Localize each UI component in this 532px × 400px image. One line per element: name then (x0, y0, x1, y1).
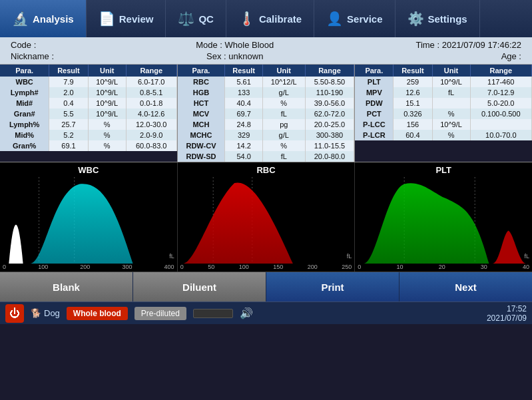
table-row: P-LCR60.4%10.0-70.0 (355, 130, 531, 140)
unit-cell: 10^9/L (88, 87, 126, 98)
nav-calibrate-label: Calibrate (259, 13, 302, 25)
plt-col-unit: Unit (432, 65, 470, 77)
plt-xaxis: 010203040 (355, 264, 532, 270)
para-cell: HGB (178, 87, 225, 98)
blank-button[interactable]: Blank (0, 272, 133, 301)
table-row: RBC5.6110^12/L5.50-8.50 (178, 77, 354, 87)
para-cell: PLT (355, 77, 394, 87)
range-cell: 60.0-83.0 (126, 140, 176, 151)
table-row: P-LCC15610^9/L (355, 119, 531, 130)
diluent-button[interactable]: Diluent (133, 272, 266, 301)
wbc-chart-title: WBC (0, 165, 177, 175)
rbc-col-para: Para. (178, 65, 225, 77)
unit-cell: g/L (262, 130, 305, 140)
result-cell: 2.0 (49, 87, 88, 98)
rbc-col-range: Range (305, 65, 354, 77)
para-cell: RDW-SD (178, 151, 225, 162)
plt-chart-title: PLT (355, 165, 532, 175)
unit-cell: g/L (262, 87, 305, 98)
unit-cell: % (262, 98, 305, 108)
range-cell: 10.0-70.0 (470, 130, 532, 140)
plt-unit: fL (525, 253, 530, 260)
rbc-table: Para. Result Unit Range RBC5.6110^12/L5.… (178, 65, 356, 162)
service-icon: 👤 (326, 11, 343, 27)
table-row: MCH24.8pg20.0-25.0 (178, 119, 354, 130)
range-cell: 4.0-12.6 (126, 108, 176, 119)
info-mode-group: Mode : Whole Blood Sex : unknown (196, 40, 274, 61)
result-cell: 40.4 (225, 98, 263, 108)
range-cell: 117-460 (470, 77, 532, 87)
result-cell: 25.7 (49, 119, 88, 130)
para-cell: Mid# (0, 98, 49, 108)
mode-label: Mode : Whole Blood (196, 40, 274, 50)
result-cell: 5.2 (49, 130, 88, 140)
range-cell: 6.0-17.0 (126, 77, 176, 87)
plt-col-result: Result (394, 65, 432, 77)
range-cell: 39.0-56.0 (305, 98, 354, 108)
result-cell: 14.2 (225, 140, 263, 151)
range-cell: 7.0-12.9 (470, 87, 532, 98)
bottom-buttons: Blank Diluent Print Next (0, 272, 532, 301)
rbc-xaxis: 050100150200250 (178, 264, 355, 270)
wbc-xaxis: 0100200300400 (0, 264, 177, 270)
volume-icon[interactable]: 🔊 (240, 307, 253, 319)
settings-icon: ⚙️ (407, 11, 424, 27)
animal-label: Dog (44, 308, 60, 318)
nav-service[interactable]: 👤 Service (314, 0, 395, 37)
table-row: MPV12.6fL7.0-12.9 (355, 87, 531, 98)
unit-cell: % (432, 108, 470, 119)
para-cell: RBC (178, 77, 225, 87)
unit-cell: % (432, 130, 470, 140)
para-cell: PCT (355, 108, 394, 119)
result-cell: 5.61 (225, 77, 263, 87)
result-cell: 54.0 (225, 151, 263, 162)
nav-review[interactable]: 📄 Review (87, 0, 166, 37)
pre-diluted-button[interactable]: Pre-diluted (134, 307, 186, 320)
rbc-col-unit: Unit (262, 65, 305, 77)
table-row: Mid#0.410^9/L0.0-1.8 (0, 98, 176, 108)
sex-label: Sex : unknown (196, 51, 274, 61)
result-cell: 7.9 (49, 77, 88, 87)
table-row: Mid%5.2%2.0-9.0 (0, 130, 176, 140)
unit-cell: fL (262, 151, 305, 162)
nav-review-label: Review (119, 13, 154, 25)
para-cell: Gran% (0, 140, 49, 151)
range-cell: 110-190 (305, 87, 354, 98)
age-label: Age : (415, 51, 521, 61)
table-row: PDW15.15.0-20.0 (355, 98, 531, 108)
result-cell: 329 (225, 130, 263, 140)
para-cell: MCH (178, 119, 225, 130)
wbc-unit: fL (169, 253, 174, 260)
plt-col-range: Range (470, 65, 532, 77)
unit-cell: 10^12/L (262, 77, 305, 87)
unit-cell: fL (432, 87, 470, 98)
whole-blood-button[interactable]: Whole blood (67, 307, 128, 320)
unit-cell (432, 98, 470, 108)
nav-settings-label: Settings (428, 13, 467, 25)
plt-chart: PLT fL 010203040 (355, 162, 532, 272)
nav-analysis-label: Analysis (33, 13, 74, 25)
status-time: 17:52 (487, 304, 527, 313)
result-cell: 156 (394, 119, 432, 130)
plt-table: Para. Result Unit Range PLT25910^9/L117-… (355, 65, 532, 162)
unit-cell: fL (262, 108, 305, 119)
dog-icon: 🐕 (31, 308, 41, 318)
print-button[interactable]: Print (266, 272, 399, 301)
unit-cell: 10^9/L (432, 77, 470, 87)
range-cell: 11.0-15.5 (305, 140, 354, 151)
nav-service-label: Service (347, 13, 382, 25)
table-row: MCV69.7fL62.0-72.0 (178, 108, 354, 119)
power-button[interactable]: ⏻ (5, 304, 24, 323)
nav-calibrate[interactable]: 🌡️ Calibrate (226, 0, 314, 37)
nav-qc[interactable]: ⚖️ QC (166, 0, 226, 37)
table-row: PCT0.326%0.100-0.500 (355, 108, 531, 119)
result-cell: 133 (225, 87, 263, 98)
info-time-group: Time : 2021/07/09 17:46:22 Age : (415, 40, 521, 61)
next-button[interactable]: Next (399, 272, 532, 301)
range-cell: 12.0-30.0 (126, 119, 176, 130)
nav-settings[interactable]: ⚙️ Settings (396, 0, 480, 37)
nav-analysis[interactable]: 🔬 Analysis (0, 0, 87, 37)
calibrate-icon: 🌡️ (238, 11, 255, 27)
para-cell: Lymph% (0, 119, 49, 130)
rbc-chart-title: RBC (178, 165, 355, 175)
